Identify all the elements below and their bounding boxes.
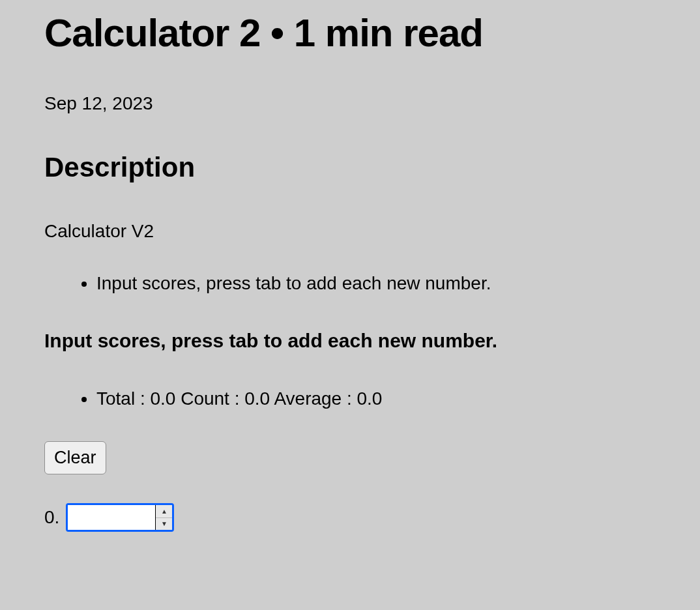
score-input[interactable] (68, 505, 155, 530)
post-date: Sep 12, 2023 (44, 93, 656, 114)
description-bullet: Input scores, press tab to add each new … (96, 270, 656, 296)
description-text: Calculator V2 (44, 221, 656, 242)
instruction-heading: Input scores, press tab to add each new … (44, 330, 656, 352)
score-input-wrapper[interactable]: ▲ ▼ (66, 503, 174, 532)
page-title: Calculator 2 • 1 min read (44, 0, 656, 62)
description-heading: Description (44, 152, 656, 183)
number-spinner[interactable]: ▲ ▼ (155, 505, 172, 530)
spinner-up-icon[interactable]: ▲ (156, 505, 172, 518)
input-label: 0. (44, 507, 59, 528)
stats-line: Total : 0.0 Count : 0.0 Average : 0.0 (96, 386, 656, 411)
clear-button[interactable]: Clear (44, 441, 106, 474)
spinner-down-icon[interactable]: ▼ (156, 518, 172, 530)
